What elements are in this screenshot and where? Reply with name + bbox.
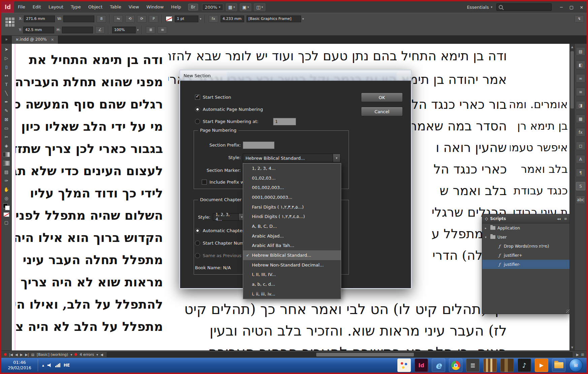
opacity-field[interactable]: 100% — [112, 27, 136, 33]
tree-twirl-icon[interactable]: ▸ — [485, 226, 488, 230]
start-orb[interactable]: ⊞ — [569, 359, 583, 372]
object-styles-panel-icon[interactable]: ◻ — [576, 142, 585, 150]
links-panel-icon[interactable]: ∞ — [576, 74, 585, 83]
restore-button[interactable]: ▢ — [566, 3, 577, 11]
rotation-angle-icon[interactable]: ∠ — [95, 26, 105, 34]
width-field[interactable] — [63, 15, 94, 22]
rotate-ccw-icon[interactable]: ⟲ — [125, 15, 135, 23]
document-tab[interactable]: א.indd @ 200% × — [11, 35, 58, 44]
gradient-feather-tool[interactable] — [3, 161, 10, 166]
scripts-panel-icon[interactable]: S — [576, 182, 585, 190]
next-page-button[interactable]: ▶ — [20, 353, 23, 356]
apply-none-button[interactable] — [3, 212, 9, 217]
taskbar-video-icon[interactable]: ▶ — [535, 359, 548, 372]
taskbar-clock[interactable]: 01:46 29/02/2016 — [1, 359, 38, 371]
scripts-panel-header[interactable]: ◇ Scripts ◂◂ ≡ — [482, 214, 570, 223]
section-prefix-field[interactable] — [243, 142, 274, 149]
panel-collapse-icon[interactable]: ◂◂ — [556, 217, 561, 221]
tab-close-icon[interactable]: × — [51, 37, 54, 42]
fill-stroke-swatches[interactable] — [3, 203, 10, 211]
free-transform-tool[interactable]: ◈ — [2, 142, 10, 150]
layers-panel-icon[interactable]: ◧ — [576, 61, 585, 69]
same-as-previous-radio[interactable] — [195, 253, 200, 258]
horizontal-scroll-thumb[interactable] — [316, 353, 414, 356]
style-dropdown-option[interactable]: Arabic Abjad... — [243, 231, 341, 241]
script-list-item[interactable]: ƒ justifier- — [482, 260, 570, 269]
scroll-left-button[interactable]: ◀ — [100, 353, 103, 356]
x-position-field[interactable]: 271.6 mm — [24, 15, 55, 22]
style-dropdown-option[interactable]: Arabic Alif Ba Tah... — [243, 241, 341, 251]
tree-twirl-icon[interactable]: ▾ — [485, 236, 488, 239]
taskbar-books-icon[interactable] — [500, 359, 514, 372]
window-split-icon[interactable]: ⊞ — [581, 353, 584, 356]
menu-item[interactable]: Table — [106, 1, 125, 13]
taskbar-notepad-icon[interactable]: ≣ — [466, 359, 480, 372]
volume-icon[interactable] — [47, 363, 52, 368]
style-dropdown-option[interactable]: a, b, c, d... — [243, 279, 341, 289]
gradient-tool[interactable] — [3, 152, 10, 157]
style-dropdown-option[interactable]: 001,002,003... — [243, 183, 341, 192]
start-page-number-field[interactable]: 1 — [273, 118, 296, 125]
view-mode-button[interactable]: ▢ — [2, 219, 10, 226]
style-dropdown-option[interactable]: 1, 2, 3, 4... — [243, 163, 341, 173]
scroll-right-button[interactable]: ▶ — [576, 353, 579, 356]
close-button[interactable]: × — [577, 3, 587, 11]
error-count[interactable]: 4 errors — [79, 352, 94, 357]
type-tool[interactable]: T — [2, 81, 10, 88]
start-page-numbering-radio[interactable] — [195, 119, 200, 124]
style-dropdown-option[interactable]: A, B, C, D... — [243, 221, 341, 231]
dialog-title-bar[interactable]: New Section — [180, 70, 411, 81]
frame-tool[interactable]: ⊠ — [2, 116, 10, 123]
previous-page-button[interactable]: ◀ — [15, 353, 18, 356]
view-options-button[interactable]: ▦ ▾ — [226, 3, 237, 11]
horizontal-scrollbar[interactable] — [107, 352, 573, 357]
paragraph-panel-icon[interactable]: ¶ — [576, 168, 585, 177]
menu-item[interactable]: Edit — [29, 1, 45, 13]
style-dropdown-option[interactable]: 0001,0002,0003... — [243, 192, 341, 202]
hand-tool[interactable]: ✋ — [2, 186, 10, 193]
stroke-weight-field[interactable]: 1 pt — [175, 15, 198, 22]
menu-item[interactable]: Object — [85, 1, 106, 13]
height-field[interactable] — [62, 27, 93, 33]
flip-horizontal-icon[interactable]: ⇋ — [113, 15, 123, 23]
script-list-item[interactable]: ▾ User — [482, 232, 570, 242]
zoom-level-select[interactable]: 200% ▾ — [202, 4, 223, 11]
stroke-none-swatch[interactable] — [166, 16, 172, 22]
menu-item[interactable]: Help — [167, 1, 185, 13]
chapter-style-select[interactable]: 1, 2, 3, 4... ▾ — [213, 213, 245, 221]
menu-item[interactable]: File — [14, 1, 29, 13]
style-dropdown-option[interactable]: ✓ Hebrew Biblical Standard... — [243, 250, 341, 260]
align-icon[interactable]: ≣ — [146, 26, 155, 34]
note-tool[interactable]: ▤ — [2, 168, 10, 176]
constrain-proportions-icon[interactable]: 8 — [97, 15, 106, 23]
include-prefix-checkbox[interactable] — [202, 180, 207, 185]
arrange-documents-button[interactable]: ◫ ▾ — [254, 3, 265, 11]
language-indicator[interactable]: HE — [64, 363, 70, 368]
line-tool[interactable]: ╲ — [2, 89, 10, 97]
p-badge[interactable]: P — [149, 15, 158, 23]
panel-menu-icon[interactable]: ≡ — [563, 217, 568, 221]
search-input[interactable] — [496, 3, 552, 11]
script-list-item[interactable]: ƒ Drop Words(מילת פתיח) — [482, 242, 570, 251]
pages-panel-icon[interactable]: ▤ — [576, 47, 585, 56]
taskbar-media-icon[interactable]: ♪ — [518, 359, 531, 372]
style-dropdown-option[interactable]: Hindi Digits ( ١,٢,٣,٤,٥...) — [243, 212, 341, 221]
network-icon[interactable] — [55, 363, 60, 367]
bridge-button[interactable]: Br — [188, 4, 198, 10]
character-panel-icon[interactable]: A — [576, 155, 585, 163]
effects-panel-icon[interactable]: fx — [576, 128, 585, 136]
automatic-page-numbering-radio[interactable] — [195, 107, 200, 112]
stroke-panel-icon[interactable]: ≡ — [576, 88, 585, 96]
menu-item[interactable]: View — [125, 1, 143, 13]
corner-radius-field[interactable]: 4.233 mm — [221, 15, 244, 22]
script-list-item[interactable]: ▸ Application — [482, 223, 570, 232]
rotate-cw-icon[interactable]: ⟳ — [137, 15, 146, 23]
spellcheck-panel-icon[interactable]: abc — [576, 195, 585, 204]
taskbar-library-icon[interactable] — [483, 359, 497, 372]
gap-tool[interactable]: ↔ — [2, 72, 10, 80]
style-select[interactable]: Hebrew Biblical Standard... ▾ — [243, 154, 340, 162]
scissors-tool[interactable]: ✂ — [2, 133, 10, 141]
hidden-icons-chevron[interactable]: ▴ — [42, 363, 44, 368]
scroll-up-icon[interactable]: ▲ — [570, 44, 575, 49]
pen-tool[interactable]: ✒ — [2, 98, 10, 106]
